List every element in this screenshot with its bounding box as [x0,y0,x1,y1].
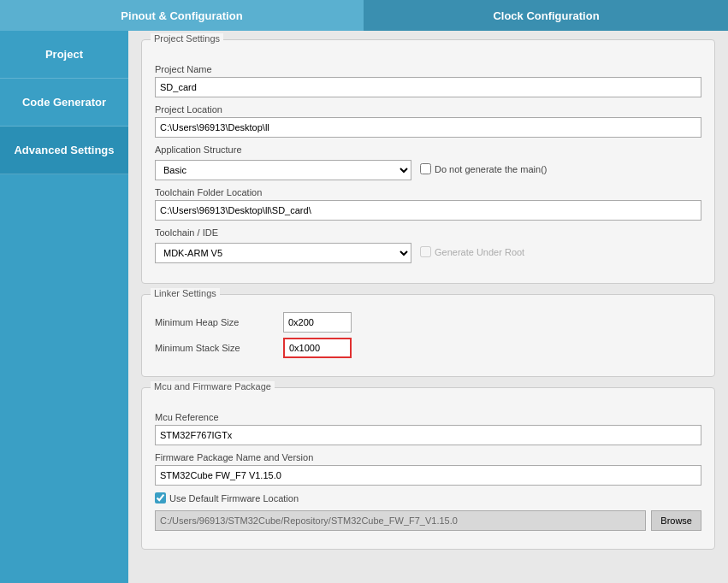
toolchain-folder-row: Toolchain Folder Location [155,187,701,221]
toolchain-folder-label: Toolchain Folder Location [155,187,701,197]
generate-under-root-checkbox[interactable] [420,246,431,257]
toolchain-ide-select[interactable]: MDK-ARM V5 [155,243,411,263]
firmware-package-label: Firmware Package Name and Version [155,452,701,462]
mcu-firmware-section: Mcu and Firmware Package Mcu Reference F… [141,387,715,550]
application-structure-row: Application Structure Basic Do not gener… [155,144,701,180]
sidebar-item-advanced-settings[interactable]: Advanced Settings [0,127,128,174]
min-stack-input[interactable] [283,338,352,358]
use-default-firmware-checkbox-label[interactable]: Use Default Firmware Location [155,492,701,504]
mcu-reference-label: Mcu Reference [155,412,701,422]
sidebar-item-project[interactable]: Project [0,31,128,79]
generate-under-root-checkbox-label[interactable]: Generate Under Root [420,246,524,257]
linker-settings-section: Linker Settings Minimum Heap Size Minimu… [141,294,715,377]
tab-clock-configuration[interactable]: Clock Configuration [364,0,728,31]
sidebar-item-code-generator[interactable]: Code Generator [0,79,128,127]
toolchain-folder-input[interactable] [155,200,701,221]
min-heap-label: Minimum Heap Size [155,317,275,327]
sidebar: Project Code Generator Advanced Settings [0,31,128,583]
firmware-location-input [155,510,646,531]
min-stack-label: Minimum Stack Size [155,343,275,353]
min-heap-row: Minimum Heap Size [155,312,701,333]
firmware-package-row: Firmware Package Name and Version [155,452,701,486]
toolchain-ide-label: Toolchain / IDE [155,227,411,238]
application-structure-label: Application Structure [155,144,411,155]
mcu-reference-row: Mcu Reference [155,412,701,445]
do-not-generate-main-checkbox[interactable] [420,163,431,174]
use-default-firmware-checkbox[interactable] [155,492,166,504]
mcu-reference-input[interactable] [155,425,701,445]
project-location-row: Project Location [155,104,701,138]
firmware-package-input[interactable] [155,465,701,486]
min-heap-input[interactable] [283,312,352,333]
tab-pinout-configuration[interactable]: Pinout & Configuration [0,0,364,31]
min-stack-row: Minimum Stack Size [155,338,701,358]
browse-button[interactable]: Browse [651,510,701,531]
project-name-row: Project Name [155,64,701,97]
project-settings-section: Project Settings Project Name Project Lo… [141,39,715,284]
mcu-firmware-title: Mcu and Firmware Package [151,381,275,392]
project-name-input[interactable] [155,77,701,97]
content-area: Project Settings Project Name Project Lo… [128,31,728,583]
project-name-label: Project Name [155,64,701,74]
project-settings-title: Project Settings [151,33,223,44]
firmware-location-row: Browse [155,510,701,531]
use-default-firmware-row: Use Default Firmware Location [155,492,701,504]
do-not-generate-main-checkbox-label[interactable]: Do not generate the main() [420,163,547,174]
linker-settings-title: Linker Settings [151,288,220,298]
project-location-input[interactable] [155,117,701,138]
project-location-label: Project Location [155,104,701,115]
toolchain-ide-row: Toolchain / IDE MDK-ARM V5 Generate Unde… [155,227,701,263]
application-structure-select[interactable]: Basic [155,160,411,180]
